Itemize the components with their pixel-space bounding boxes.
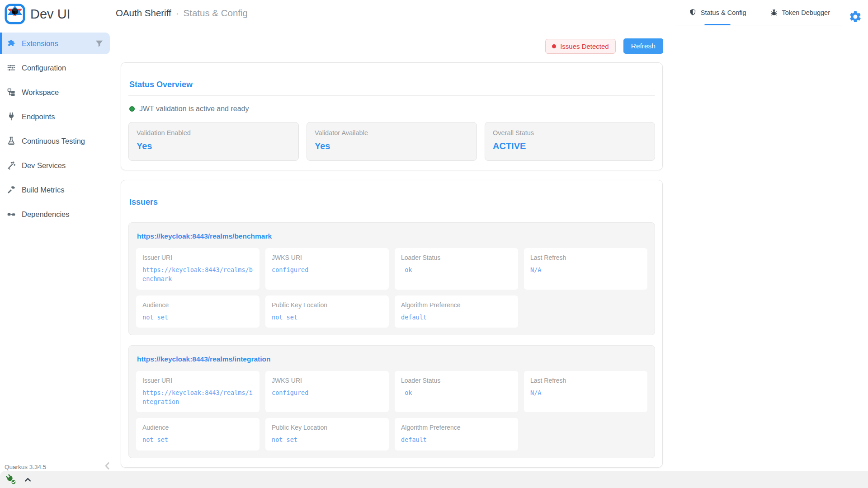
graph-icon [7,210,16,219]
field-label: Public Key Location [272,301,382,309]
stat-label: Overall Status [493,129,647,136]
field-loader-status: Loader Status ok [395,248,518,290]
sidebar-item-dependencies[interactable]: Dependencies [0,203,111,225]
field-value: ok [401,388,512,397]
main-column: Status Overview JWT validation is active… [121,62,663,488]
sidebar: Extensions Configuration [0,30,111,471]
filter-icon[interactable] [95,39,104,48]
tab-token-debugger[interactable]: Token Debugger [758,0,842,25]
sidebar-item-label: Continuous Testing [22,137,85,145]
issuers-card: Issuers https://keycloak:8443/realms/ben… [121,180,663,468]
field-value: not set [272,435,382,444]
field-algorithm-preference: Algorithm Preference default [395,418,518,450]
tab-label: Status & Config [701,9,746,16]
field-algorithm-preference: Algorithm Preference default [395,296,518,328]
sidebar-item-endpoints[interactable]: Endpoints [0,106,111,127]
field-public-key-location: Public Key Location not set [265,418,389,450]
field-label: Loader Status [401,377,512,384]
sliders-icon [7,63,16,72]
field-issuer-uri: Issuer URI https://keycloak:8443/realms/… [136,371,259,413]
status-line: JWT validation is active and ready [129,105,654,113]
field-value: N/A [530,388,641,397]
sidebar-item-build-metrics[interactable]: Build Metrics [0,179,111,201]
field-label: Algorithm Preference [401,424,512,431]
field-label: Last Refresh [530,254,641,261]
issuer-benchmark: https://keycloak:8443/realms/benchmark I… [128,222,655,335]
issuer-title: https://keycloak:8443/realms/benchmark [137,232,646,240]
power-check-icon[interactable] [5,474,17,485]
field-value: not set [142,313,253,322]
sidebar-item-dev-services[interactable]: Dev Services [0,155,111,176]
field-label: Algorithm Preference [401,301,512,309]
field-jwks-uri: JWKS URI configured [265,248,389,290]
footer-bar [0,471,868,488]
sidebar-item-workspace[interactable]: Workspace [0,81,111,103]
field-value: default [401,313,512,322]
sidebar-item-label: Extensions [22,39,58,48]
tab-status-config[interactable]: Status & Config [677,0,758,25]
plug-icon [7,112,16,121]
field-value: https://keycloak:8443/realms/benchmark [142,265,253,284]
sidebar-item-configuration[interactable]: Configuration [0,57,111,79]
puzzle-icon [7,39,16,48]
toolbar: Issues Detected Refresh [545,38,663,54]
stat-validation-enabled: Validation Enabled Yes [128,122,299,161]
shield-icon [689,9,697,16]
field-value: https://keycloak:8443/realms/integration [142,388,253,407]
stat-overall-status: Overall Status ACTIVE [485,122,655,161]
stat-value: Yes [137,141,291,151]
sidebar-item-label: Configuration [22,64,66,72]
issuer-title: https://keycloak:8443/realms/integration [137,355,646,363]
card-title: Issuers [129,197,654,207]
field-label: JWKS URI [272,377,382,384]
field-label: Audience [142,424,253,431]
issuer-integration: https://keycloak:8443/realms/integration… [128,345,655,458]
wand-icon [7,161,16,170]
stat-label: Validation Enabled [137,129,291,136]
sidebar-item-continuous-testing[interactable]: Continuous Testing [0,130,111,152]
breadcrumb: OAuth Sheriff · Status & Config [116,0,248,26]
field-public-key-location: Public Key Location not set [265,296,389,328]
page-title: Status & Config [184,8,248,19]
field-value: ok [401,265,512,274]
field-audience: Audience not set [136,418,259,450]
sidebar-item-label: Dependencies [22,210,70,219]
refresh-button[interactable]: Refresh [623,38,663,54]
stats-grid: Validation Enabled Yes Validator Availab… [128,122,655,161]
quarkus-version: Quarkus 3.34.5 [5,464,46,470]
field-label: Issuer URI [142,254,253,261]
breadcrumb-separator: · [176,8,179,19]
field-last-refresh: Last Refresh N/A [524,248,647,290]
field-value: default [401,435,512,444]
field-value: configured [272,388,382,397]
brand: Dev UI [5,4,71,24]
issues-badge: Issues Detected [545,39,616,54]
field-label: Loader Status [401,254,512,261]
stat-validator-available: Validator Available Yes [307,122,477,161]
field-issuer-uri: Issuer URI https://keycloak:8443/realms/… [136,248,259,290]
sidebar-item-extensions[interactable]: Extensions [0,33,110,54]
tab-label: Token Debugger [782,9,830,16]
status-message: JWT validation is active and ready [139,105,249,113]
field-label: Audience [142,301,253,309]
status-overview-card: Status Overview JWT validation is active… [121,62,663,170]
field-value: configured [272,265,382,274]
field-label: Last Refresh [530,377,641,384]
divider [128,213,655,213]
stat-label: Validator Available [315,129,469,136]
app-title: Dev UI [30,7,71,22]
stat-value: ACTIVE [493,141,647,151]
extension-name: OAuth Sheriff [116,8,171,19]
issuer-fields: Issuer URI https://keycloak:8443/realms/… [136,248,647,328]
field-label: Issuer URI [142,377,253,384]
top-bar: Dev UI OAuth Sheriff · Status & Config S… [0,0,868,29]
field-loader-status: Loader Status ok [395,371,518,413]
stat-value: Yes [315,141,469,151]
issues-badge-label: Issues Detected [560,42,609,50]
field-jwks-uri: JWKS URI configured [265,371,389,413]
chevron-up-icon[interactable] [23,474,33,485]
divider [128,95,655,96]
hammer-icon [7,185,16,194]
gear-icon[interactable] [849,10,862,23]
sidebar-item-label: Workspace [22,88,59,97]
